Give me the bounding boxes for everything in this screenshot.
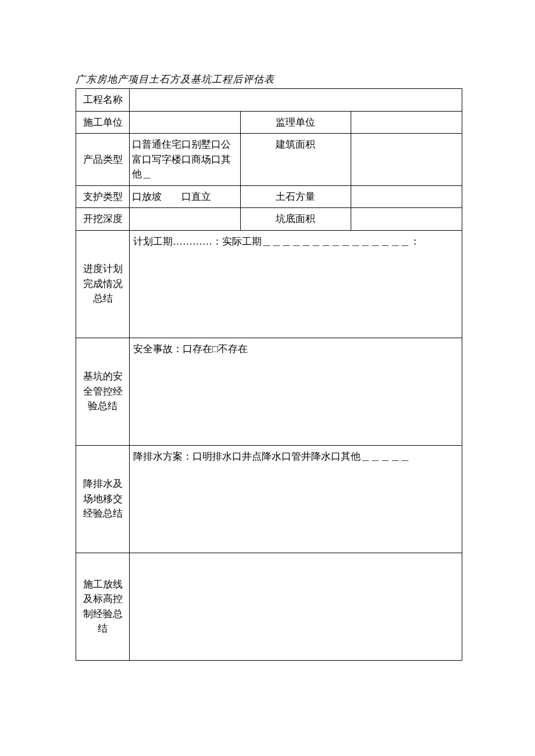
row-safety-summary: 基坑的安全管控经验总结 安全事故：口存在□不存在 xyxy=(76,338,462,445)
label-construction-unit: 施工单位 xyxy=(76,111,130,134)
label-excavation-depth: 开挖深度 xyxy=(76,208,130,231)
row-construction-unit: 施工单位 监理单位 xyxy=(76,111,462,134)
row-excavation-depth: 开挖深度 坑底面积 xyxy=(76,208,462,231)
content-safety-summary: 安全事故：口存在□不存在 xyxy=(130,338,462,445)
row-dewatering-summary: 降排水及场地移交经验总结 降排水方案：口明排水口井点降水口管井降水口其他＿＿＿＿… xyxy=(76,445,462,553)
label-earth-volume: 土石方量 xyxy=(240,185,351,208)
value-project-name xyxy=(130,89,462,112)
value-building-area xyxy=(351,134,462,186)
value-supervision-unit xyxy=(351,111,462,134)
label-setting-out-summary: 施工放线及标高控制经验总结 xyxy=(76,553,130,660)
value-earth-volume xyxy=(351,185,462,208)
label-dewatering-summary: 降排水及场地移交经验总结 xyxy=(76,445,130,553)
row-project-name: 工程名称 xyxy=(76,89,462,112)
label-support-type: 支护类型 xyxy=(76,185,130,208)
label-supervision-unit: 监理单位 xyxy=(240,111,351,134)
label-safety-summary: 基坑的安全管控经验总结 xyxy=(76,338,130,445)
value-product-type: 口普通住宅口别墅口公富口写字楼口商场口其他＿ xyxy=(130,134,241,186)
row-support-type: 支护类型 口放坡 口直立 土石方量 xyxy=(76,185,462,208)
value-excavation-depth xyxy=(130,208,241,231)
value-construction-unit xyxy=(130,111,241,134)
row-setting-out-summary: 施工放线及标高控制经验总结 xyxy=(76,553,462,660)
content-dewatering-summary: 降排水方案：口明排水口井点降水口管井降水口其他＿＿＿＿＿ xyxy=(130,445,462,553)
label-progress-summary: 进度计划完成情况总结 xyxy=(76,230,130,338)
content-setting-out-summary xyxy=(130,553,462,660)
label-product-type: 产品类型 xyxy=(76,134,130,186)
label-building-area: 建筑面积 xyxy=(240,134,351,186)
value-pit-bottom-area xyxy=(351,208,462,231)
value-support-type: 口放坡 口直立 xyxy=(130,185,241,208)
label-project-name: 工程名称 xyxy=(76,89,130,112)
row-product-type: 产品类型 口普通住宅口别墅口公富口写字楼口商场口其他＿ 建筑面积 xyxy=(76,134,462,186)
content-progress-summary: 计划工期…………：实际工期＿＿＿＿＿＿＿＿＿＿＿＿＿＿＿： xyxy=(130,230,462,338)
document-title: 广东房地产项目土石方及基坑工程后评估表 xyxy=(76,73,462,86)
evaluation-form-table: 工程名称 施工单位 监理单位 产品类型 口普通住宅口别墅口公富口写字楼口商场口其… xyxy=(76,88,462,661)
row-progress-summary: 进度计划完成情况总结 计划工期…………：实际工期＿＿＿＿＿＿＿＿＿＿＿＿＿＿＿： xyxy=(76,230,462,338)
label-pit-bottom-area: 坑底面积 xyxy=(240,208,351,231)
